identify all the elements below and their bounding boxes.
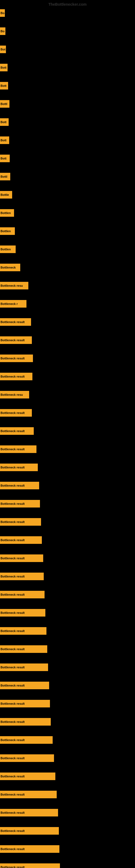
- bar-label: Bottleneck result: [1, 357, 25, 360]
- result-bar: Bottleneck result: [0, 427, 34, 435]
- bar-row: Bottleneck resu: [0, 389, 32, 400]
- result-bar: Bottleneck result: [0, 536, 42, 544]
- bar-label: Bott: [1, 120, 6, 124]
- bar-row: Bottleneck result: [0, 644, 50, 654]
- result-bar: Bot: [0, 45, 6, 53]
- result-bar: Bottleneck result: [0, 591, 45, 598]
- bar-row: Bottleneck result: [0, 698, 53, 709]
- bar-row: Bottleneck result: [0, 735, 55, 745]
- bar-row: Bo: [0, 8, 8, 19]
- result-bar: Bottle: [0, 191, 12, 198]
- bar-row: Bottleneck result: [0, 498, 43, 509]
- result-bar: Bottleneck result: [0, 500, 40, 507]
- bar-row: Bottleneck: [0, 262, 23, 273]
- bar-label: Bottleneck result: [1, 684, 25, 687]
- result-bar: Bottleneck result: [0, 554, 43, 562]
- bar-row: Bottleneck result: [0, 571, 46, 582]
- bar-label: Bottleneck result: [1, 466, 25, 469]
- bar-row: Bo: [0, 26, 8, 37]
- result-bar: Bottleneck result: [0, 718, 51, 725]
- result-bar: Bott: [0, 64, 8, 71]
- bar-label: Bottleneck result: [1, 847, 25, 850]
- result-bar: Bottlen: [0, 246, 16, 253]
- result-bar: Bott: [0, 82, 8, 90]
- result-bar: Bottleneck result: [0, 754, 54, 762]
- result-bar: Bottleneck resu: [0, 282, 28, 289]
- bar-label: Bottleneck result: [1, 520, 25, 524]
- bar-row: Bottleneck result: [0, 589, 47, 600]
- bar-row: Bottleneck result: [0, 426, 37, 436]
- bar-row: Bottleneck result: [0, 480, 42, 491]
- bar-row: Bottleneck result: [0, 553, 46, 564]
- result-bar: Bottleneck result: [0, 863, 60, 868]
- bar-row: Bottleneck result: [0, 407, 35, 418]
- result-bar: Bottleneck result: [0, 518, 41, 526]
- result-bar: Bottleneck result: [0, 464, 38, 471]
- bar-label: Bo: [1, 11, 5, 14]
- bar-label: Bottleneck result: [1, 557, 25, 560]
- bar-row: Bottlen: [0, 244, 18, 255]
- result-bar: Bottleneck: [0, 264, 20, 271]
- bar-label: Bottleneck result: [1, 375, 25, 378]
- bar-label: Bottleneck: [1, 266, 16, 269]
- bar-row: Bott: [0, 62, 10, 73]
- bar-label: Bottleneck result: [1, 811, 25, 814]
- bar-label: Bottleneck result: [1, 793, 25, 796]
- result-bar: Bottleneck result: [0, 373, 32, 380]
- result-bar: Bottleneck result: [0, 773, 55, 780]
- site-title: TheBottlenecker.com: [48, 2, 87, 6]
- bar-row: Bottleneck result: [0, 716, 53, 727]
- bar-row: Bottleneck result: [0, 316, 34, 328]
- bar-label: Bottleneck result: [1, 629, 25, 632]
- result-bar: Bottleneck result: [0, 663, 48, 671]
- bar-row: Bottleneck result: [0, 753, 57, 764]
- bar-label: Bottleneck result: [1, 738, 25, 742]
- bar-row: Bottleneck result: [0, 807, 61, 818]
- result-bar: Bottleneck result: [0, 700, 50, 707]
- bar-label: Bottleneck result: [1, 447, 25, 451]
- result-bar: Bottleneck result: [0, 609, 45, 617]
- bar-row: Bottleneck result: [0, 371, 35, 382]
- bar-row: Bottleneck r: [0, 299, 29, 309]
- bar-label: Bot: [1, 48, 5, 51]
- bar-row: Bottle: [0, 189, 15, 200]
- result-bar: Bottleneck result: [0, 482, 39, 489]
- bar-row: Bott: [0, 80, 11, 91]
- bar-row: Bottleneck result: [0, 680, 52, 691]
- result-bar: Bo: [0, 9, 5, 17]
- bar-row: Bottleneck result: [0, 335, 35, 346]
- bar-row: Bottl: [0, 171, 13, 182]
- result-bar: Bottl: [0, 173, 10, 180]
- bar-row: Bottleneck result: [0, 353, 36, 364]
- bar-row: Bottleneck result: [0, 826, 61, 836]
- bar-row: Bott: [0, 153, 12, 164]
- bar-label: Bottlen: [1, 248, 11, 251]
- bar-label: Bottleneck result: [1, 339, 25, 342]
- result-bar: Bott: [0, 155, 10, 162]
- bar-row: Bottleneck result: [0, 462, 41, 473]
- bar-row: Bott: [0, 117, 11, 127]
- bar-row: Bot: [0, 44, 9, 55]
- result-bar: Bottleneck resu: [0, 391, 29, 399]
- bar-row: Bottleneck result: [0, 535, 45, 546]
- result-bar: Bottleneck result: [0, 736, 53, 744]
- result-bar: Bottleneck result: [0, 682, 49, 689]
- result-bar: Bottleneck result: [0, 645, 47, 653]
- bar-label: Bottl: [1, 175, 7, 178]
- bar-row: Bottleneck result: [0, 662, 51, 673]
- result-bar: Bott: [0, 136, 9, 144]
- bar-label: Bottleneck result: [1, 429, 25, 433]
- bar-label: Bottleneck result: [1, 866, 25, 868]
- bar-label: Bottleneck resu: [1, 393, 23, 396]
- bar-label: Bottleneck result: [1, 720, 25, 723]
- result-bar: Bottleneck result: [0, 445, 37, 453]
- bar-row: Bottleneck result: [0, 862, 63, 868]
- bar-label: Bottleneck result: [1, 756, 25, 760]
- bar-row: Bottleneck result: [0, 625, 49, 637]
- bar-label: Bottleneck result: [1, 648, 25, 651]
- result-bar: Bottleneck result: [0, 409, 32, 416]
- result-bar: Bottleneck result: [0, 809, 58, 816]
- bar-row: Bottleneck result: [0, 771, 58, 782]
- bar-row: Bottleneck result: [0, 607, 48, 618]
- bar-label: Bottl: [1, 102, 7, 105]
